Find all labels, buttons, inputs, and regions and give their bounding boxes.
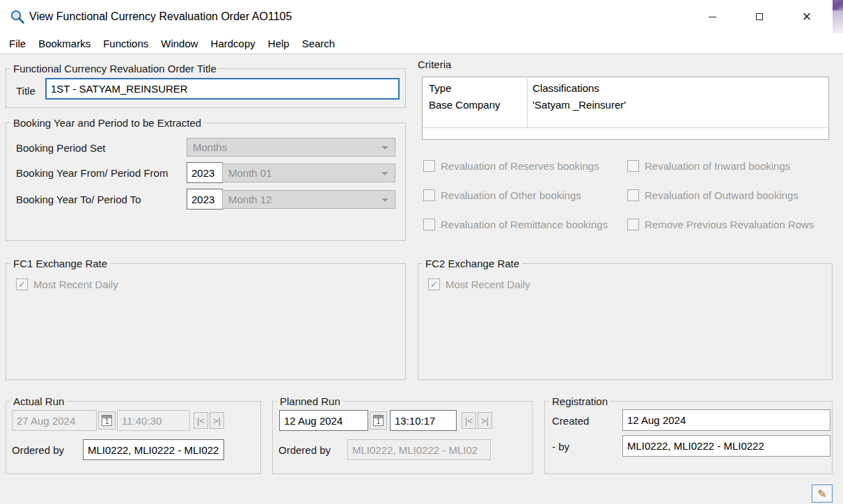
checkbox-box-checked: ✓ xyxy=(428,278,440,290)
group-fc2-legend: FC2 Exchange Rate xyxy=(423,258,522,269)
minimize-icon xyxy=(709,17,716,17)
row-divider xyxy=(423,127,828,128)
edit-button[interactable]: ✎ xyxy=(812,485,833,503)
checkbox-label: Remove Previous Revaluation Rows xyxy=(645,219,814,230)
checkbox-label: Most Recent Daily xyxy=(446,278,530,290)
checkbox-revaluation-other[interactable]: Revaluation of Other bookings xyxy=(423,189,581,201)
planned-run-ordered-by-label: Ordered by xyxy=(278,444,331,456)
checkbox-box xyxy=(627,189,639,201)
planned-run-date-input[interactable] xyxy=(279,410,368,431)
checkbox-revaluation-remittance[interactable]: Revaluation of Remittance bookings xyxy=(423,219,608,230)
actual-run-last-button[interactable]: >| xyxy=(210,412,224,429)
actual-run-first-button[interactable]: |< xyxy=(194,412,208,429)
booking-from-period-select[interactable]: Month 01 xyxy=(222,164,395,182)
menu-item-hardcopy[interactable]: Hardcopy xyxy=(205,38,262,49)
window-controls: × xyxy=(697,0,822,33)
group-booking-period: Booking Year and Period to be Extracted … xyxy=(6,123,406,241)
calendar-icon: 1 xyxy=(102,415,112,426)
menu-item-search[interactable]: Search xyxy=(296,38,342,49)
booking-period-set-value: Months xyxy=(193,141,227,153)
checkbox-revaluation-inward[interactable]: Revaluation of Inward bookings xyxy=(627,160,790,172)
menu-item-help[interactable]: Help xyxy=(262,38,296,49)
checkbox-remove-previous-rows[interactable]: Remove Previous Revaluation Rows xyxy=(627,219,814,230)
booking-period-set-select[interactable]: Months xyxy=(187,138,395,157)
registration-created-label: Created xyxy=(552,415,589,427)
booking-from-label: Booking Year From/ Period From xyxy=(16,167,168,179)
column-divider xyxy=(527,79,528,127)
minimize-button[interactable] xyxy=(697,0,727,33)
criteria-legend: Criteria xyxy=(418,58,451,70)
criteria-cell-type[interactable]: Base Company xyxy=(429,99,501,111)
calendar-day: 1 xyxy=(105,418,109,425)
checkbox-box xyxy=(627,219,639,230)
checkbox-fc1-most-recent-daily[interactable]: ✓ Most Recent Daily xyxy=(16,278,118,290)
actual-run-ordered-by-input[interactable] xyxy=(83,439,224,460)
checkbox-label: Revaluation of Remittance bookings xyxy=(441,219,608,230)
criteria-table: Type Classifications Base Company 'Satya… xyxy=(422,77,829,140)
criteria-cell-classification[interactable]: 'Satyam _Reinsurer' xyxy=(533,99,626,111)
maximize-button[interactable] xyxy=(744,0,775,33)
booking-to-year-input[interactable] xyxy=(187,189,223,210)
magnifier-icon xyxy=(10,9,25,24)
criteria-header-type: Type xyxy=(429,82,452,94)
planned-run-time-input[interactable] xyxy=(390,410,457,431)
planned-run-calendar-button[interactable]: 1 xyxy=(370,411,387,430)
group-actual-run-legend: Actual Run xyxy=(10,395,67,407)
menu-bar: File Bookmarks Functions Window Hardcopy… xyxy=(0,33,843,54)
actual-run-calendar-button[interactable]: 1 xyxy=(98,411,116,430)
title-input[interactable] xyxy=(45,78,400,100)
checkbox-revaluation-outward[interactable]: Revaluation of Outward bookings xyxy=(627,189,798,201)
checkbox-box xyxy=(423,189,435,201)
maximize-icon xyxy=(756,13,763,20)
group-fc2-exchange-rate: FC2 Exchange Rate ✓ Most Recent Daily xyxy=(418,263,833,380)
planned-run-ordered-by-input[interactable] xyxy=(347,439,491,460)
booking-period-set-label: Booking Period Set xyxy=(16,142,105,154)
group-planned-run-legend: Planned Run xyxy=(277,395,343,407)
checkbox-fc2-most-recent-daily[interactable]: ✓ Most Recent Daily xyxy=(428,278,530,290)
group-actual-run: Actual Run 1 |< >| Ordered by xyxy=(6,401,261,474)
booking-to-period-value: Month 12 xyxy=(228,194,272,205)
registration-created-input[interactable] xyxy=(622,409,830,431)
checkbox-box xyxy=(423,219,435,230)
registration-by-input[interactable] xyxy=(622,435,830,457)
booking-to-period-select[interactable]: Month 12 xyxy=(222,190,395,209)
group-fc1-exchange-rate: FC1 Exchange Rate ✓ Most Recent Daily xyxy=(6,263,406,380)
actual-run-ordered-by-label: Ordered by xyxy=(12,444,64,456)
close-button[interactable]: × xyxy=(791,0,822,33)
group-order-title: Functional Currency Revaluation Order Ti… xyxy=(6,68,406,108)
menu-item-window[interactable]: Window xyxy=(155,38,204,49)
registration-by-label: - by xyxy=(552,441,569,452)
group-booking-legend: Booking Year and Period to be Extracted xyxy=(10,117,204,129)
criteria-header-classifications: Classifications xyxy=(533,82,599,94)
checkbox-label: Revaluation of Other bookings xyxy=(441,189,581,201)
checkbox-label: Most Recent Daily xyxy=(33,278,118,290)
calendar-icon: 1 xyxy=(373,415,384,426)
chevron-down-icon xyxy=(381,198,388,202)
checkbox-box-checked: ✓ xyxy=(16,278,28,290)
booking-from-year-input[interactable] xyxy=(187,162,223,183)
window-title: View Functional Currency Revaluation Ord… xyxy=(29,0,292,33)
app-window: View Functional Currency Revaluation Ord… xyxy=(0,0,843,504)
menu-item-functions[interactable]: Functions xyxy=(97,38,155,49)
checkbox-box xyxy=(627,160,639,172)
actual-run-date-input[interactable] xyxy=(12,410,97,431)
group-fc1-legend: FC1 Exchange Rate xyxy=(10,258,110,269)
planned-run-last-button[interactable]: >| xyxy=(478,412,492,429)
group-order-title-legend: Functional Currency Revaluation Order Ti… xyxy=(10,63,219,74)
desktop-background xyxy=(833,0,843,10)
calendar-day: 1 xyxy=(377,418,381,425)
pencil-icon: ✎ xyxy=(817,487,826,501)
menu-item-file[interactable]: File xyxy=(3,38,32,49)
menu-item-bookmarks[interactable]: Bookmarks xyxy=(32,38,97,49)
chevron-down-icon xyxy=(381,146,388,150)
checkbox-label: Revaluation of Reserves bookings xyxy=(441,160,599,172)
booking-to-label: Booking Year To/ Period To xyxy=(16,194,141,205)
actual-run-time-input[interactable] xyxy=(117,410,190,431)
chevron-down-icon xyxy=(381,172,388,175)
close-icon: × xyxy=(803,9,812,24)
group-registration: Registration Created - by xyxy=(544,401,833,474)
planned-run-first-button[interactable]: |< xyxy=(462,412,476,429)
checkbox-revaluation-reserves[interactable]: Revaluation of Reserves bookings xyxy=(423,160,599,172)
titlebar: View Functional Currency Revaluation Ord… xyxy=(0,0,833,33)
checkbox-label: Revaluation of Outward bookings xyxy=(645,189,798,201)
